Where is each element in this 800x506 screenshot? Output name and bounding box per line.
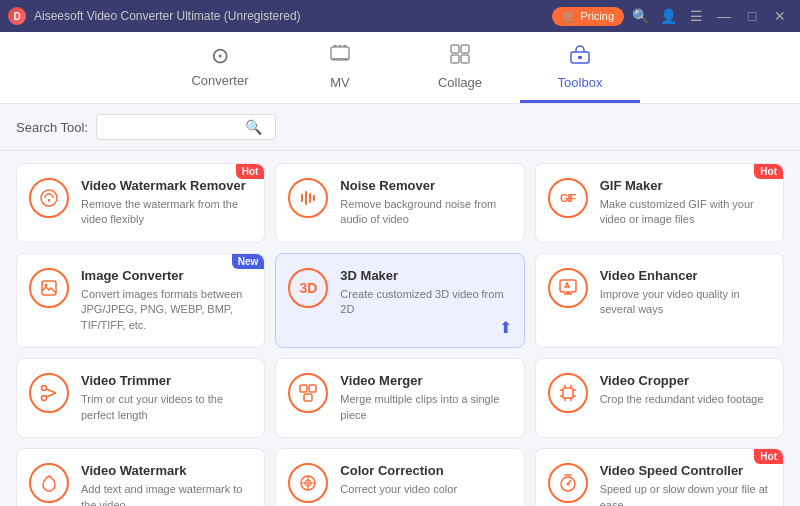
noise-remover-icon [288, 178, 328, 218]
main-content: Hot Video Watermark Remover Remove the w… [0, 151, 800, 506]
tool-card-video-speed-controller[interactable]: Hot Video Speed Controller Speed up or s… [535, 448, 784, 506]
tool-grid: Hot Video Watermark Remover Remove the w… [16, 163, 784, 506]
video-trimmer-icon [29, 373, 69, 413]
svg-rect-25 [304, 394, 312, 401]
gif-icon: GIF [548, 178, 588, 218]
nav-tabs: ⊙ Converter MV Collage [0, 32, 800, 104]
tool-info-noise-remover: Noise Remover Remove background noise fr… [340, 178, 511, 228]
search-input-wrap[interactable]: 🔍 [96, 114, 276, 140]
svg-rect-13 [301, 194, 303, 202]
pricing-button[interactable]: 🛒 Pricing [552, 7, 624, 26]
svg-rect-6 [461, 45, 469, 53]
titlebar: D Aiseesoft Video Converter Ultimate (Un… [0, 0, 800, 32]
tool-info-video-watermark: Video Watermark Add text and image water… [81, 463, 252, 506]
tool-info-video-enhancer: Video Enhancer Improve your video qualit… [600, 268, 771, 318]
search-area: Search Tool: 🔍 [0, 104, 800, 151]
tool-desc-video-enhancer: Improve your video quality in several wa… [600, 287, 771, 318]
search-label: Search Tool: [16, 120, 88, 135]
search-titlebar-icon[interactable]: 🔍 [628, 4, 652, 28]
app-logo: D [8, 7, 26, 25]
tool-desc-3d-maker: Create customized 3D video from 2D [340, 287, 511, 318]
svg-rect-3 [343, 45, 347, 47]
tool-card-3d-maker[interactable]: 3D 3D Maker Create customized 3D video f… [275, 253, 524, 348]
tool-name-image-converter: Image Converter [81, 268, 252, 283]
video-cropper-icon [548, 373, 588, 413]
badge-image-converter: New [232, 254, 265, 269]
user-icon[interactable]: 👤 [656, 4, 680, 28]
tool-card-color-correction[interactable]: Color Correction Correct your video colo… [275, 448, 524, 506]
color-correction-icon [288, 463, 328, 503]
tool-info-video-trimmer: Video Trimmer Trim or cut your videos to… [81, 373, 252, 423]
video-watermark-remover-icon [29, 178, 69, 218]
tool-card-video-merger[interactable]: Video Merger Merge multiple clips into a… [275, 358, 524, 438]
badge-gif-maker: Hot [754, 164, 783, 179]
toolbox-icon [569, 43, 591, 69]
svg-rect-14 [305, 191, 307, 205]
maximize-button[interactable]: □ [740, 4, 764, 28]
3d-icon: 3D [288, 268, 328, 308]
search-box: Search Tool: 🔍 [16, 114, 784, 140]
badge-video-watermark-remover: Hot [236, 164, 265, 179]
tool-card-image-converter[interactable]: New Image Converter Convert images forma… [16, 253, 265, 348]
tool-desc-color-correction: Correct your video color [340, 482, 511, 497]
tab-collage[interactable]: Collage [400, 32, 520, 103]
tool-info-video-cropper: Video Cropper Crop the redundant video f… [600, 373, 771, 407]
converter-icon: ⊙ [211, 45, 229, 67]
tool-card-gif-maker[interactable]: Hot GIF GIF Maker Make customized GIF wi… [535, 163, 784, 243]
tool-info-image-converter: Image Converter Convert images formats b… [81, 268, 252, 333]
badge-video-speed-controller: Hot [754, 449, 783, 464]
tool-name-video-cropper: Video Cropper [600, 373, 771, 388]
tool-info-video-speed-controller: Video Speed Controller Speed up or slow … [600, 463, 771, 506]
close-button[interactable]: ✕ [768, 4, 792, 28]
svg-point-22 [42, 396, 47, 401]
tool-info-gif-maker: GIF Maker Make customized GIF with your … [600, 178, 771, 228]
tool-name-color-correction: Color Correction [340, 463, 511, 478]
svg-point-30 [566, 483, 569, 486]
search-icon[interactable]: 🔍 [245, 119, 262, 135]
tool-card-video-cropper[interactable]: Video Cropper Crop the redundant video f… [535, 358, 784, 438]
svg-rect-8 [461, 55, 469, 63]
menu-icon[interactable]: ☰ [684, 4, 708, 28]
video-merger-icon [288, 373, 328, 413]
svg-rect-16 [313, 195, 315, 201]
search-input[interactable] [105, 120, 245, 134]
tool-desc-image-converter: Convert images formats between JPG/JPEG,… [81, 287, 252, 333]
svg-rect-10 [578, 56, 582, 59]
svg-rect-26 [563, 388, 573, 398]
tool-info-video-merger: Video Merger Merge multiple clips into a… [340, 373, 511, 423]
tool-card-video-enhancer[interactable]: Video Enhancer Improve your video qualit… [535, 253, 784, 348]
tool-card-video-watermark[interactable]: Video Watermark Add text and image water… [16, 448, 265, 506]
svg-rect-4 [331, 58, 349, 60]
tool-desc-video-trimmer: Trim or cut your videos to the perfect l… [81, 392, 252, 423]
svg-rect-1 [333, 45, 337, 47]
video-enhancer-icon [548, 268, 588, 308]
tool-name-video-trimmer: Video Trimmer [81, 373, 252, 388]
tab-mv[interactable]: MV [280, 32, 400, 103]
svg-rect-5 [451, 45, 459, 53]
tool-name-gif-maker: GIF Maker [600, 178, 771, 193]
tool-name-video-watermark-remover: Video Watermark Remover [81, 178, 252, 193]
app-title: Aiseesoft Video Converter Ultimate (Unre… [34, 9, 301, 23]
tool-desc-video-watermark-remover: Remove the watermark from the video flex… [81, 197, 252, 228]
tab-toolbox[interactable]: Toolbox [520, 32, 640, 103]
tool-name-3d-maker: 3D Maker [340, 268, 511, 283]
tool-card-noise-remover[interactable]: Noise Remover Remove background noise fr… [275, 163, 524, 243]
titlebar-right: 🛒 Pricing 🔍 👤 ☰ — □ ✕ [552, 4, 792, 28]
tool-card-video-trimmer[interactable]: Video Trimmer Trim or cut your videos to… [16, 358, 265, 438]
video-speed-controller-icon [548, 463, 588, 503]
tool-desc-video-speed-controller: Speed up or slow down your file at ease [600, 482, 771, 506]
tool-name-noise-remover: Noise Remover [340, 178, 511, 193]
svg-point-12 [48, 199, 50, 201]
tab-converter[interactable]: ⊙ Converter [160, 32, 280, 103]
tool-card-video-watermark-remover[interactable]: Hot Video Watermark Remover Remove the w… [16, 163, 265, 243]
titlebar-left: D Aiseesoft Video Converter Ultimate (Un… [8, 7, 301, 25]
svg-rect-23 [300, 385, 307, 392]
tool-name-video-speed-controller: Video Speed Controller [600, 463, 771, 478]
svg-point-11 [41, 190, 57, 206]
minimize-button[interactable]: — [712, 4, 736, 28]
svg-point-21 [42, 386, 47, 391]
tool-desc-gif-maker: Make customized GIF with your video or i… [600, 197, 771, 228]
mv-icon [329, 43, 351, 69]
tool-name-video-merger: Video Merger [340, 373, 511, 388]
tool-name-video-watermark: Video Watermark [81, 463, 252, 478]
